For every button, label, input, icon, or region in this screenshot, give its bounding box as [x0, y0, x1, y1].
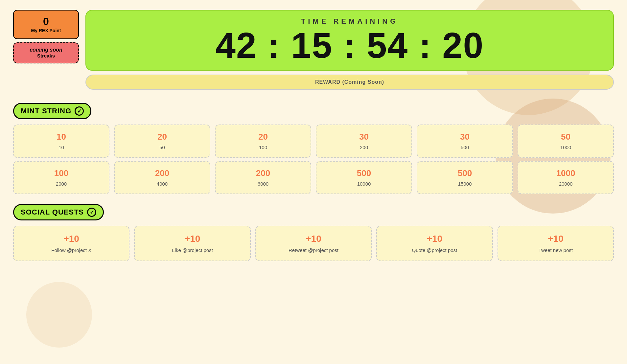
timer-label: TIME REMAINING: [99, 17, 600, 26]
mint-card-points: 100: [19, 168, 104, 178]
mint-card[interactable]: 100 2000: [13, 161, 109, 194]
social-quests-grid: +10 Follow @project X +10 Like @project …: [13, 226, 614, 261]
mint-card-value: 6000: [258, 181, 268, 187]
mint-card[interactable]: 200 4000: [114, 161, 210, 194]
streaks-label: Streaks: [37, 53, 55, 58]
mint-card[interactable]: 30 200: [316, 125, 412, 158]
social-quest-points: +10: [261, 234, 366, 244]
mint-card-value: 50: [159, 145, 165, 150]
left-cards: 0 My REX Point coming soon Streaks: [13, 10, 79, 63]
mint-card-value: 10000: [357, 181, 371, 187]
timer-section: TIME REMAINING 42 : 15 : 54 : 20 REWARD …: [85, 10, 614, 90]
timer-sep-3: :: [419, 25, 442, 65]
mint-card-points: 200: [221, 168, 306, 178]
mint-card[interactable]: 1000 20000: [518, 161, 614, 194]
mint-card-value: 4000: [157, 181, 168, 187]
social-quest-points: +10: [19, 234, 124, 244]
social-quest-label: Tweet new post: [539, 247, 573, 253]
mint-card[interactable]: 50 1000: [518, 125, 614, 158]
mint-card-value: 100: [259, 145, 267, 150]
mint-card-points: 500: [321, 168, 406, 178]
streaks-card: coming soon Streaks: [13, 42, 79, 63]
bg-decoration-3: [26, 282, 92, 348]
social-quest-card[interactable]: +10 Like @project post: [134, 226, 250, 261]
social-quest-label: Like @project post: [172, 247, 213, 253]
social-quest-points: +10: [503, 234, 608, 244]
mint-card-points: 30: [321, 132, 406, 142]
mint-card-points: 50: [523, 132, 608, 142]
social-quest-card[interactable]: +10 Retweet @project post: [255, 226, 372, 261]
mint-card-value: 10: [58, 145, 64, 150]
mint-card-value: 1000: [560, 145, 571, 150]
mint-card[interactable]: 20 50: [114, 125, 210, 158]
timer-sep-2: :: [343, 25, 367, 65]
social-quests-header[interactable]: SOCIAL QUESTS ✓: [13, 204, 104, 220]
social-quest-card[interactable]: +10 Tweet new post: [498, 226, 614, 261]
mint-card-value: 2000: [56, 181, 67, 187]
mint-cards-row-1: 10 10 20 50 20 100 30 200 30 500 50 1000: [13, 125, 614, 158]
rex-point-label: My REX Point: [31, 28, 61, 33]
social-quests-toggle-icon[interactable]: ✓: [87, 208, 96, 217]
top-section: 0 My REX Point coming soon Streaks TIME …: [13, 10, 614, 90]
reward-label: REWARD (Coming Soon): [315, 79, 384, 85]
social-quest-card[interactable]: +10 Quote @project post: [376, 226, 493, 261]
social-quest-label: Quote @project post: [412, 247, 457, 253]
mint-card-value: 15000: [458, 181, 472, 187]
mint-card-points: 30: [422, 132, 507, 142]
reward-box: REWARD (Coming Soon): [85, 75, 614, 90]
mint-card[interactable]: 20 100: [215, 125, 311, 158]
timer-hours: 15: [291, 25, 333, 65]
mint-card[interactable]: 30 500: [417, 125, 513, 158]
mint-card-value: 200: [360, 145, 368, 150]
mint-card-points: 500: [422, 168, 507, 178]
mint-card-value: 20000: [559, 181, 573, 187]
mint-card-points: 20: [221, 132, 306, 142]
timer-seconds: 20: [442, 25, 484, 65]
timer-sep-1: :: [268, 25, 291, 65]
mint-card[interactable]: 500 15000: [417, 161, 513, 194]
mint-cards-row-2: 100 2000 200 4000 200 6000 500 10000 500…: [13, 161, 614, 194]
social-quests-title: SOCIAL QUESTS: [21, 208, 84, 216]
mint-card-points: 1000: [523, 168, 608, 178]
social-quest-points: +10: [382, 234, 487, 244]
rex-point-value: 0: [20, 15, 72, 28]
social-quest-card[interactable]: +10 Follow @project X: [13, 226, 129, 261]
streaks-coming-soon-text: coming soon: [20, 47, 72, 53]
page-container: 0 My REX Point coming soon Streaks TIME …: [0, 0, 627, 278]
mint-card[interactable]: 200 6000: [215, 161, 311, 194]
mint-card-points: 10: [19, 132, 104, 142]
mint-string-toggle-icon[interactable]: ✓: [75, 106, 84, 116]
timer-box: TIME REMAINING 42 : 15 : 54 : 20: [85, 10, 614, 71]
rex-point-card: 0 My REX Point: [13, 10, 79, 39]
timer-digits: 42 : 15 : 54 : 20: [99, 27, 600, 63]
mint-card-points: 200: [120, 168, 205, 178]
timer-minutes: 54: [367, 25, 408, 65]
mint-card-value: 500: [461, 145, 469, 150]
mint-string-title: MINT STRING: [21, 107, 71, 115]
timer-days: 42: [216, 25, 257, 65]
social-quest-label: Follow @project X: [51, 247, 91, 253]
social-quest-label: Retweet @project post: [289, 247, 338, 253]
mint-card[interactable]: 10 10: [13, 125, 109, 158]
mint-card[interactable]: 500 10000: [316, 161, 412, 194]
mint-card-points: 20: [120, 132, 205, 142]
social-quest-points: +10: [140, 234, 245, 244]
mint-string-header[interactable]: MINT STRING ✓: [13, 103, 91, 119]
